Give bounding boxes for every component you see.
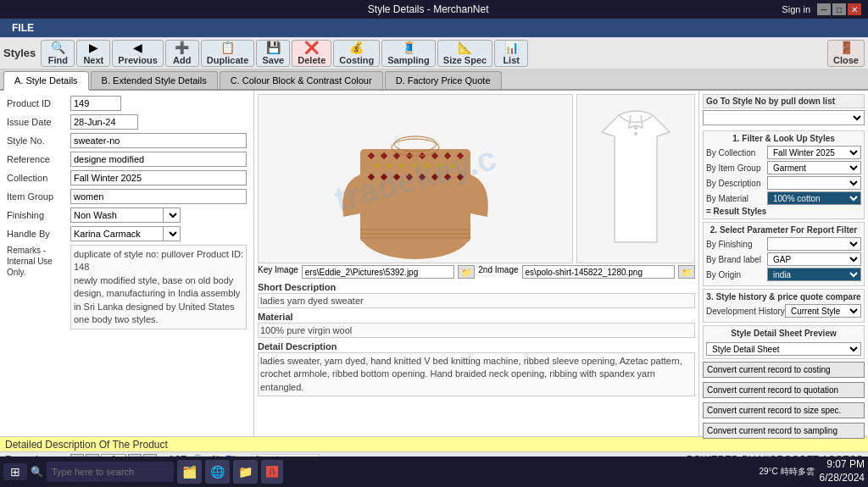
by-description-select[interactable] <box>767 176 861 190</box>
finishing-row: Finishing <box>7 208 247 223</box>
second-image-path[interactable] <box>522 265 675 279</box>
detail-sheet-select[interactable]: Style Detail Sheet <box>706 342 861 356</box>
by-item-group-row: By Item Group Garment <box>706 161 861 174</box>
reference-input[interactable] <box>70 152 247 167</box>
title-bar: Style Details - MerchanNet Sign in ─ □ ✕ <box>0 0 868 19</box>
previous-label: Previous <box>118 55 157 65</box>
by-collection-select[interactable]: Fall Winter 2025 <box>767 146 861 159</box>
taskbar-search-input[interactable] <box>47 462 174 482</box>
costing-icon: 💰 <box>349 41 364 54</box>
maximize-button[interactable]: □ <box>832 3 846 15</box>
sign-in-link[interactable]: Sign in <box>782 4 810 14</box>
by-finishing-label: By Finishing <box>706 240 767 249</box>
list-label: List <box>503 55 520 65</box>
costing-button[interactable]: 💰 Costing <box>333 40 380 67</box>
remarks-area[interactable]: duplicate of style no: pullover Product … <box>70 245 247 329</box>
clock: 9:07 PM 6/28/2024 <box>820 458 865 484</box>
by-description-row: By Description <box>706 176 861 190</box>
detail-sheet-section: Style Detail Sheet Preview Style Detail … <box>703 325 865 359</box>
tab-b[interactable]: B. Extended Style Details <box>91 71 218 89</box>
goto-section: Go To Style No by pull down list <box>703 94 865 128</box>
issue-date-row: Issue Date <box>7 114 247 130</box>
style-no-label: Style No. <box>7 136 70 146</box>
convert-size-spec-button[interactable]: Convert current record to size spec. <box>703 402 865 418</box>
item-group-input[interactable] <box>70 189 247 204</box>
dev-history-select[interactable]: Current Style <box>785 304 861 318</box>
finishing-select[interactable] <box>164 208 181 223</box>
goto-select[interactable] <box>703 110 865 125</box>
find-button[interactable]: 🔍 Find <box>41 40 75 67</box>
sampling-button[interactable]: 🧵 Sampling <box>381 40 436 67</box>
delete-button[interactable]: ❌ Delete <box>292 40 331 67</box>
by-brand-select[interactable]: GAP <box>767 252 861 266</box>
close-button[interactable]: 🚪 Close <box>827 40 865 67</box>
issue-date-input[interactable] <box>70 114 138 130</box>
search-icon: 🔍 <box>31 466 43 478</box>
previous-button[interactable]: ◀ Previous <box>112 40 163 67</box>
finishing-input[interactable] <box>70 208 164 223</box>
sampling-icon: 🧵 <box>402 41 416 54</box>
save-button[interactable]: 💾 Save <box>256 40 290 67</box>
by-description-label: By Description <box>706 179 767 188</box>
key-image-path[interactable] <box>302 265 454 279</box>
find-icon: 🔍 <box>51 41 65 54</box>
explorer-icon: 📁 <box>238 465 253 479</box>
tab-c[interactable]: C. Colour Block & Contrast Colour <box>220 71 383 89</box>
window-controls: ─ □ ✕ <box>817 3 861 15</box>
next-button[interactable]: ▶ Next <box>76 40 110 67</box>
explorer-app[interactable]: 📁 <box>233 460 258 484</box>
handle-by-label: Handle By <box>7 229 70 239</box>
delete-icon: ❌ <box>304 41 319 54</box>
finishing-label: Finishing <box>7 210 70 220</box>
task-manager-icon: 🗂️ <box>182 465 197 479</box>
title-bar-right: Sign in ─ □ ✕ <box>782 3 861 15</box>
handle-by-select[interactable] <box>164 226 181 241</box>
reference-label: Reference <box>7 154 70 164</box>
taskbar-right: 29°C 時時多雲 9:07 PM 6/28/2024 <box>759 458 865 484</box>
material-value[interactable]: 100% pure virgin wool <box>258 323 695 338</box>
style-no-input[interactable] <box>70 133 247 148</box>
filter-title: 1. Filter & Look Up Styles <box>706 134 861 143</box>
next-icon: ▶ <box>89 41 98 54</box>
size-spec-button[interactable]: 📐 Size Spec <box>437 40 492 67</box>
by-item-group-select[interactable]: Garment <box>767 161 861 174</box>
start-button[interactable]: ⊞ <box>3 463 27 480</box>
sampling-label: Sampling <box>387 55 430 65</box>
file-button[interactable]: FILE <box>3 20 42 36</box>
key-image-label: Key Image <box>258 265 298 279</box>
remarks-row: Remarks - Internal Use Only. duplicate o… <box>7 245 247 329</box>
convert-sampling-button[interactable]: Convert current record to sampling <box>703 423 865 439</box>
by-material-select[interactable]: 100% cotton <box>767 191 861 205</box>
list-button[interactable]: 📊 List <box>494 40 528 67</box>
task-manager-app[interactable]: 🗂️ <box>177 460 202 484</box>
short-desc-value[interactable]: ladies yarn dyed sweater <box>258 293 695 308</box>
tab-bar: A. Style Details B. Extended Style Detai… <box>0 69 868 91</box>
time-display: 9:07 PM <box>820 458 865 472</box>
product-id-input[interactable] <box>70 96 121 111</box>
duplicate-button[interactable]: 📋 Duplicate <box>201 40 255 67</box>
collection-input[interactable] <box>70 170 247 185</box>
chrome-app[interactable]: 🌐 <box>205 460 230 484</box>
second-image-browse[interactable]: 📁 <box>678 265 695 279</box>
by-origin-select[interactable]: india <box>767 268 861 281</box>
svg-point-33 <box>634 132 637 136</box>
detail-desc-value[interactable]: ladies sweater, yarn dyed, hand knitted … <box>258 352 695 396</box>
tab-a[interactable]: A. Style Details <box>3 71 89 91</box>
duplicate-label: Duplicate <box>207 55 249 65</box>
window-close-button[interactable]: ✕ <box>848 3 861 15</box>
short-desc-section: Short Description ladies yarn dyed sweat… <box>258 282 695 308</box>
by-finishing-select[interactable] <box>767 237 861 251</box>
minimize-button[interactable]: ─ <box>817 3 831 15</box>
convert-costing-button[interactable]: Convert current record to costing <box>703 362 865 378</box>
key-image-browse[interactable]: 📁 <box>458 265 475 279</box>
collection-label: Collection <box>7 173 70 183</box>
tab-d[interactable]: D. Factory Price Quote <box>385 71 502 89</box>
access-app[interactable]: 🅰 <box>261 460 283 484</box>
size-spec-label: Size Spec <box>443 55 487 65</box>
convert-quotation-button[interactable]: Convert current record to quotation <box>703 382 865 398</box>
save-icon: 💾 <box>266 41 281 54</box>
add-button[interactable]: ➕ Add <box>165 40 199 67</box>
handle-by-input[interactable] <box>70 226 164 241</box>
center-panel: tradekey.c <box>254 91 698 436</box>
left-panel: Product ID Issue Date Style No. Referenc… <box>0 91 254 436</box>
